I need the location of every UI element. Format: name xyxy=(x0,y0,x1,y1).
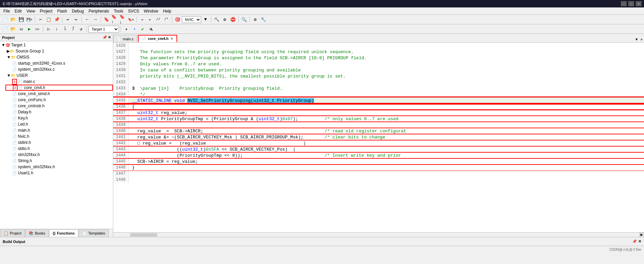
tab-core-cm4h[interactable]: 📄 core_cm4.h ✕ xyxy=(138,35,177,42)
debug-stepout[interactable]: ⤴ xyxy=(69,25,77,33)
menu-view[interactable]: View xyxy=(24,8,37,14)
horizontal-scrollbar[interactable]: ▶ xyxy=(113,232,644,237)
nav-fwd-btn[interactable]: → xyxy=(92,16,99,23)
scroll-right-btn[interactable]: ▶ xyxy=(639,233,644,237)
menu-svcs[interactable]: SVCS xyxy=(126,8,141,14)
bookmark-next-btn[interactable]: 🔖↓ xyxy=(119,16,126,23)
tab-functions[interactable]: {} Functions xyxy=(49,229,78,237)
debug-stepover[interactable]: ⤵ xyxy=(61,25,69,33)
download-btn[interactable]: ⬇ xyxy=(131,25,138,33)
tree-core-cminstr[interactable]: 📄 core_cmInstr.h xyxy=(5,103,113,109)
tree-delay[interactable]: 📄 Delay.h xyxy=(5,109,113,115)
tree-core-cmfunc[interactable]: 📄 core_cmFunc.h xyxy=(5,97,113,103)
tab-core-close[interactable]: ✕ xyxy=(170,37,173,41)
scroll-thumb[interactable] xyxy=(130,233,157,237)
file-icon: 📄 xyxy=(12,61,17,66)
tree-core-cm4-simd[interactable]: 📄 core_cm4_simd.h xyxy=(5,91,113,97)
menu-window[interactable]: Window xyxy=(142,8,160,14)
minimize-button[interactable]: ─ xyxy=(621,1,626,6)
panel-close-btn[interactable]: ✕ xyxy=(108,35,111,40)
close-button[interactable]: ✕ xyxy=(636,1,641,6)
tree-led[interactable]: 📄 Led.h xyxy=(5,121,113,127)
tree-cmsis[interactable]: ▼ 📁 CMSIS xyxy=(0,54,113,60)
save-all-btn[interactable]: 💾+ xyxy=(26,16,33,23)
menu-project[interactable]: Project xyxy=(38,8,54,14)
nav-back-btn[interactable]: ← xyxy=(84,16,91,23)
cut-btn[interactable]: ✂ xyxy=(37,16,44,23)
tree-nvic[interactable]: 📄 Nvic.h xyxy=(5,133,113,139)
tree-system-stm32[interactable]: 📄 system_stm32f4xx.h xyxy=(5,164,113,170)
tree-mainc[interactable]: 1 📄 main.c xyxy=(0,79,113,85)
debug-reset[interactable]: ↺ xyxy=(77,25,85,33)
build-output-pin[interactable]: 📌 xyxy=(632,239,637,244)
maximize-button[interactable]: □ xyxy=(628,1,634,6)
menu-edit[interactable]: Edit xyxy=(13,8,24,14)
tree-user[interactable]: ▼ 📁 USER xyxy=(0,72,113,79)
target-btn[interactable]: 🎯 xyxy=(174,16,181,23)
tab-books[interactable]: 📚 Books xyxy=(25,229,49,237)
tree-target1[interactable]: ▼ 🎯 Target 1 xyxy=(0,42,113,48)
wizard-btn[interactable]: ✦ xyxy=(123,25,130,33)
menu-debug[interactable]: Debug xyxy=(70,8,86,14)
search-btn[interactable]: 🔍 xyxy=(240,16,248,23)
ext-btn[interactable]: 🔌 xyxy=(147,25,154,33)
tab-mainc-label: main.c xyxy=(123,37,134,41)
open2-btn[interactable]: 📂 xyxy=(9,25,17,33)
proj-btn[interactable]: 🗂 xyxy=(18,25,25,33)
tree-stm32f4xx[interactable]: 📄 stm32f4xx.h xyxy=(5,152,113,158)
tree-mainh[interactable]: 📄 main.h xyxy=(5,127,113,133)
file-icon: 📄 xyxy=(12,134,17,139)
unindent-btn[interactable]: ⇤ xyxy=(146,16,154,23)
open-btn[interactable]: 📂 xyxy=(9,16,17,23)
stop-btn[interactable]: ⛔ xyxy=(229,16,237,23)
tree-usart1[interactable]: 📄 Usart1.h xyxy=(5,170,113,176)
menu-tools[interactable]: Tools xyxy=(112,8,125,14)
indent-btn[interactable]: ⇥ xyxy=(138,16,146,23)
menu-flash[interactable]: Flash xyxy=(55,8,69,14)
target-dropdown[interactable]: Target 1 xyxy=(89,26,119,32)
tree-startup[interactable]: 📄 startup_stm32f40_41xxx.s xyxy=(0,60,113,66)
tab-close-all-btn[interactable]: ✕ xyxy=(639,37,644,42)
tsep3 xyxy=(121,26,121,32)
panel-pin-btn[interactable]: 📌 xyxy=(102,35,107,40)
build-btn[interactable]: 🔨 xyxy=(213,16,220,23)
rebuild-btn[interactable]: ⚙ xyxy=(221,16,229,23)
tree-source-group1[interactable]: ▶ 📁 Source Group 1 xyxy=(0,48,113,54)
dropdown-arrow[interactable]: ▼ xyxy=(202,16,209,23)
tab-templates[interactable]: 📄 Templates xyxy=(78,229,109,237)
uncomment-btn[interactable]: /* xyxy=(163,16,170,23)
tree-stdint[interactable]: 📄 stdint.h xyxy=(5,139,113,146)
redo-btn[interactable]: ↪ xyxy=(72,16,80,23)
nvic-dropdown[interactable]: NVIC xyxy=(182,16,201,23)
options-btn[interactable]: ⚙ xyxy=(252,16,259,23)
new2-btn[interactable]: 📄 xyxy=(1,25,9,33)
tree-stdio[interactable]: 📄 stdio.h xyxy=(5,146,113,152)
save-btn[interactable]: 💾 xyxy=(18,16,25,23)
build-output-close[interactable]: ✕ xyxy=(638,239,641,244)
settings-btn[interactable]: 🔧 xyxy=(260,16,267,23)
code-view[interactable]: 1426 1427 The function sets the priority… xyxy=(113,43,644,232)
tree-string[interactable]: 📄 String.h xyxy=(5,158,113,164)
run2-btn[interactable]: ▷▷ xyxy=(34,25,41,33)
tree-system[interactable]: 📄 system_stm32f4xx.c xyxy=(0,66,113,72)
verify-btn[interactable]: ✔ xyxy=(139,25,146,33)
tab-project[interactable]: 📋 Project xyxy=(0,229,25,237)
debug-step[interactable]: ↓ xyxy=(53,25,61,33)
undo-btn[interactable]: ↩ xyxy=(64,16,72,23)
run-btn[interactable]: ▶ xyxy=(26,25,33,33)
menu-peripherals[interactable]: Peripherals xyxy=(87,8,111,14)
menu-help[interactable]: Help xyxy=(161,8,173,14)
bookmark-btn[interactable]: 🔖 xyxy=(103,16,110,23)
comment-btn[interactable]: // xyxy=(154,16,162,23)
menu-file[interactable]: File xyxy=(1,8,12,14)
debug-run[interactable]: ▷ xyxy=(45,25,52,33)
tab-mainc[interactable]: 📄 main.c xyxy=(113,35,137,42)
copy-btn[interactable]: 📋 xyxy=(45,16,52,23)
tree-core-cm4h[interactable]: 2 📄 core_cm4.h xyxy=(5,85,113,91)
clear-bookmarks-btn[interactable]: 🔖✕ xyxy=(127,16,135,23)
new-file-btn[interactable]: 📄 xyxy=(1,16,9,23)
tree-key[interactable]: 📄 Key.h xyxy=(5,115,113,121)
paste-btn[interactable]: 📌 xyxy=(53,16,61,23)
bookmark-prev-btn[interactable]: 🔖↑ xyxy=(111,16,118,23)
tab-dropdown-btn[interactable]: ▼ xyxy=(634,37,639,42)
